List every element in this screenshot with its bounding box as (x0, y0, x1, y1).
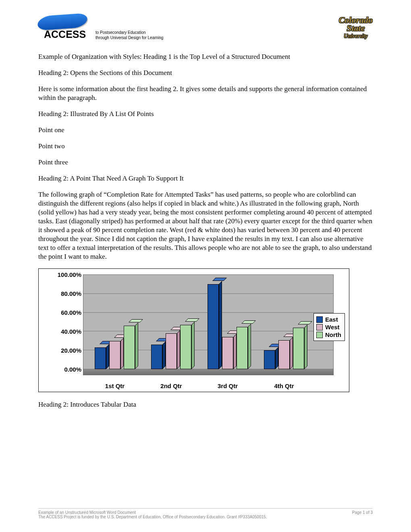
page-footer: Example of an Unstructured Microsoft Wor… (38, 508, 373, 519)
heading-1: Example of Organization with Styles: Hea… (38, 52, 373, 61)
footer-page: Page 1 of 3 (352, 510, 373, 515)
y-tick: 0.00% (47, 366, 81, 373)
legend-swatch-north (316, 332, 323, 338)
footer-title: Example of an Unstructured Microsoft Wor… (38, 510, 136, 515)
access-wordmark: ACCESS (44, 29, 86, 40)
y-tick: 40.00% (47, 328, 81, 335)
access-logo: ACCESS to Postsecondary Education throug… (38, 16, 163, 40)
legend-label: North (325, 331, 341, 338)
bar-group-q2 (147, 275, 195, 369)
x-tick: 3rd Qtr (201, 382, 255, 389)
legend-swatch-west (316, 324, 323, 330)
access-tagline: to Postsecondary Education through Unive… (95, 30, 163, 40)
y-tick: 60.00% (47, 309, 81, 316)
bar-group-q4 (260, 275, 308, 369)
legend-swatch-east (316, 316, 323, 323)
list-item: Point one (38, 126, 373, 135)
heading-2-list: Heading 2: Illustrated By A List Of Poin… (38, 110, 373, 118)
bar-chart: 100.00% 80.00% 60.00% 40.00% 20.00% 0.00… (38, 268, 349, 392)
list-item: Point two (38, 142, 373, 151)
bar-group-q1 (91, 275, 139, 369)
paragraph-graph: The following graph of “Completion Rate … (38, 190, 373, 261)
y-tick: 20.00% (47, 347, 81, 354)
footer-grant: The ACCESS Project is funded by the U.S.… (38, 515, 373, 519)
chart-legend: East West North (313, 313, 345, 341)
chart-floor (83, 369, 333, 375)
bar-group-q3 (203, 275, 252, 369)
legend-label: East (325, 316, 338, 323)
x-tick: 4th Qtr (257, 382, 311, 389)
heading-2-open: Heading 2: Opens the Sections of this Do… (38, 69, 373, 77)
chart-plot-area (83, 274, 334, 375)
y-tick: 100.00% (47, 271, 81, 278)
x-tick: 1st Qtr (88, 382, 142, 389)
paragraph-intro: Here is some information about the first… (38, 85, 373, 102)
heading-2-graph: Heading 2: A Point That Need A Graph To … (38, 174, 373, 183)
header-logos: ACCESS to Postsecondary Education throug… (38, 16, 373, 40)
x-tick: 2nd Qtr (144, 382, 198, 389)
access-kite-icon: ACCESS (38, 16, 91, 40)
y-tick: 80.00% (47, 290, 81, 297)
legend-label: West (325, 324, 340, 330)
list-item: Point three (38, 158, 373, 167)
heading-2-table: Heading 2: Introduces Tabular Data (38, 400, 373, 409)
csu-logo: Colorado State University (339, 16, 373, 40)
